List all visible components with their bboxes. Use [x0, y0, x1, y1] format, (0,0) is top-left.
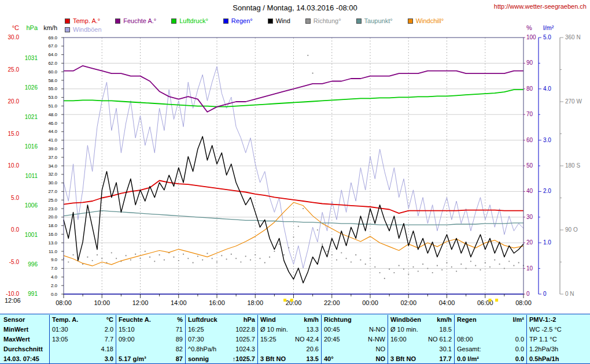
- table-cell-value: 1025.7: [221, 335, 257, 344]
- series-direction-dot: [293, 236, 294, 237]
- series-direction-dot: [154, 261, 155, 262]
- percent-tick: 0: [526, 291, 530, 297]
- table-cell-pmv: 0.5hPa/1h: [526, 354, 590, 364]
- series-direction-dot: [298, 226, 299, 227]
- table-cell-time: 01:30: [49, 325, 82, 335]
- kmh-tick: 9.0: [51, 257, 58, 262]
- series-direction-dot: [73, 254, 74, 255]
- celsius-tick: 0.0: [11, 226, 19, 233]
- table-cell-time: ^0.8hPa/h: [185, 344, 221, 354]
- table-cell-time: sonnig: [185, 354, 221, 364]
- series-direction-dot: [489, 266, 491, 268]
- series-direction-dot: [312, 73, 314, 74]
- kmh-tick: 0.0: [51, 292, 58, 297]
- series-direction-dot: [274, 251, 275, 252]
- table-cell-time: [388, 344, 421, 354]
- series-direction-dot: [235, 258, 237, 259]
- hpa-tick: 991: [28, 291, 38, 297]
- table-header-name: Regen: [454, 315, 489, 325]
- kmh-tick: 27.0: [48, 189, 57, 194]
- table-cell-time: 15:25: [257, 335, 289, 344]
- table-cell-time: 08:00: [454, 335, 489, 344]
- lm2-tick: 0: [543, 291, 547, 297]
- hpa-tick: 1021: [25, 114, 38, 120]
- table-cell-time: 40°: [321, 354, 354, 364]
- series-direction-dot: [226, 259, 227, 260]
- series-direction-dot: [111, 252, 112, 253]
- table-cell-time: 16:25: [185, 325, 221, 335]
- kmh-tick: 39.0: [48, 146, 57, 151]
- time-tick-label: 16:00: [209, 299, 225, 306]
- series-direction-dot: [245, 256, 246, 257]
- series-direction-dot: [303, 208, 304, 209]
- series-direction-dot: [460, 263, 462, 265]
- table-header-name: Temp. A.: [49, 315, 82, 325]
- series-direction-dot: [149, 257, 150, 258]
- kmh-tick: 53.0: [48, 95, 57, 100]
- series-direction-dot: [403, 269, 404, 270]
- series-direction-dot: [374, 266, 375, 268]
- table-cell-value: 13.5: [289, 354, 321, 364]
- series-direction-dot: [384, 278, 385, 279]
- table-cell-value: 3.0: [82, 354, 116, 364]
- series-direction-dot: [264, 262, 266, 263]
- table-cell-value: 2.0: [82, 325, 116, 335]
- series-direction-dot: [164, 259, 165, 261]
- table-cell-pmv: 1.2hPa/3h: [526, 344, 590, 354]
- series-direction-dot: [499, 263, 500, 265]
- time-tick-label: 08:00: [56, 299, 72, 306]
- series-direction-dot: [173, 257, 174, 258]
- table-header-pmv: PMV-1:-2: [526, 315, 590, 325]
- series-direction-dot: [288, 247, 289, 248]
- hpa-tick: 1011: [25, 173, 38, 179]
- series-direction-dot: [87, 257, 88, 258]
- table-cell-value: NO: [354, 344, 388, 354]
- table-header-unit: km/h: [421, 315, 454, 325]
- table-cell-time: Ø 10 min.: [257, 325, 289, 335]
- weather-chart: 30.025.020.015.010.05.00.0-5.0-10.010311…: [0, 0, 590, 312]
- series-direction-dot: [427, 268, 428, 269]
- series-direction-dot: [307, 55, 308, 56]
- table-cell-value: 87: [150, 354, 185, 364]
- percent-tick: 100: [526, 34, 536, 40]
- table-header-unit: hPa: [221, 315, 257, 325]
- series-direction-dot: [130, 259, 131, 261]
- table-header-name: Feuchte A.: [116, 315, 150, 325]
- kmh-tick: 58.0: [48, 78, 57, 83]
- table-cell-value: 1022.8: [221, 325, 257, 335]
- time-tick-label: 04:00: [439, 299, 455, 306]
- table-header-unit: l/m²: [489, 315, 526, 325]
- table-cell-value: ↑1025.7: [221, 354, 257, 364]
- kmh-tick: 11.0: [49, 249, 58, 254]
- table-header-sensor: Sensor: [0, 315, 49, 325]
- series-direction-dot: [389, 269, 390, 270]
- kmh-tick: 23.0: [48, 206, 57, 211]
- series-direction-dot: [193, 262, 194, 263]
- series-direction-dot: [259, 258, 260, 259]
- celsius-tick: -5.0: [9, 259, 20, 265]
- time-tick-label: 18:00: [247, 299, 263, 306]
- series-direction-dot: [202, 259, 203, 261]
- series-direction-dot: [336, 259, 337, 261]
- table-cell-time: 0.0 l/m²: [454, 354, 489, 364]
- kmh-tick: 62.0: [48, 61, 57, 66]
- table-cell-time: [257, 344, 289, 354]
- series-direction-dot: [283, 254, 285, 255]
- series-direction-dot: [139, 258, 141, 259]
- table-cell-time: [49, 344, 82, 354]
- hpa-unit-label: hPa: [26, 24, 38, 31]
- kmh-tick: 16.0: [48, 232, 57, 237]
- table-header-unit: °C: [82, 315, 116, 325]
- table-cell-pmv: TP 1.1 °C: [526, 335, 590, 344]
- series-direction-dot: [197, 256, 198, 257]
- stats-table: SensorTemp. A.°CFeuchte A.%LuftdruckhPaW…: [0, 314, 590, 364]
- table-cell-time: 09:00: [116, 335, 150, 344]
- series-direction-dot: [365, 263, 366, 265]
- hpa-tick: 1001: [25, 232, 38, 238]
- kmh-tick: 30.0: [48, 180, 57, 185]
- series-direction-dot: [331, 254, 333, 255]
- table-cell-time: 5.17 g/m³: [116, 354, 150, 364]
- kmh-tick: 18.0: [48, 223, 57, 228]
- kmh-tick: 64.0: [48, 52, 57, 57]
- table-cell-time: 3 Bft NO: [388, 354, 421, 364]
